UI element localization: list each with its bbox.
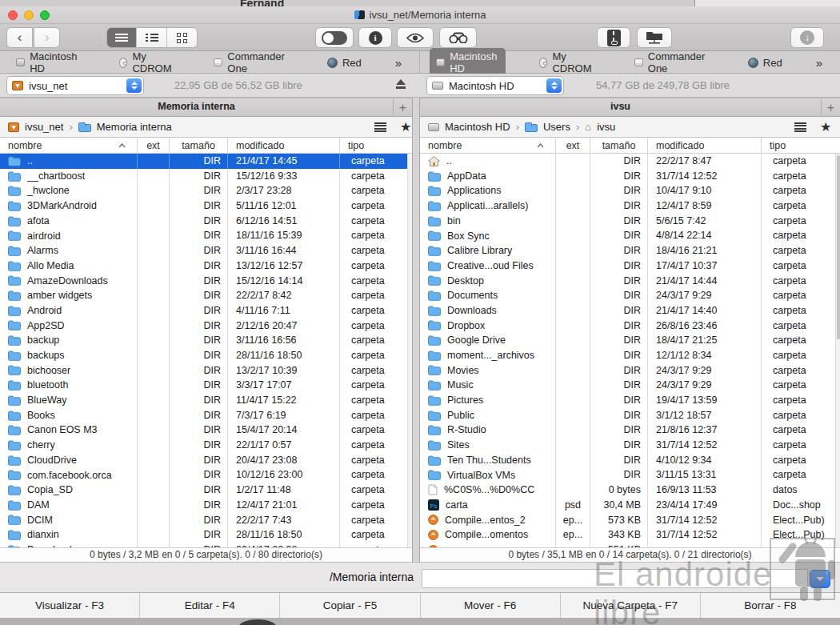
pane-divider[interactable]	[412, 98, 420, 562]
right-scrollbar[interactable]	[835, 154, 840, 547]
column-header-name[interactable]: nombre	[0, 138, 138, 153]
file-row[interactable]: 3DMarkAndroidDIR5/11/16 12:01carpeta	[0, 198, 412, 214]
column-header-ext[interactable]: ext	[138, 138, 170, 153]
panel-toggle-button[interactable]	[315, 27, 354, 48]
file-row[interactable]: %C0S%...%D0%CC0 bytes16/9/13 11:53datos	[420, 483, 840, 498]
file-row[interactable]: amber widgetsDIR22/2/17 8:42carpeta	[0, 288, 412, 303]
column-header-type[interactable]: tipo	[340, 138, 412, 153]
network-button[interactable]	[637, 27, 672, 48]
breadcrumb-segment[interactable]: ivsu	[597, 121, 615, 133]
drive-tab-my-cdrom[interactable]: My CDROM	[533, 48, 600, 77]
eject-icon[interactable]	[395, 78, 406, 90]
detail-view-button[interactable]	[137, 27, 166, 48]
file-row[interactable]: AlarmsDIR3/11/16 16:44carpeta	[0, 243, 412, 258]
drive-tab-macintosh-hd[interactable]: Macintosh HD	[10, 48, 86, 77]
file-row[interactable]: AmazeDownloadsDIR15/12/16 14:14carpeta	[0, 274, 412, 289]
drive-tab-my-cdrom[interactable]: My CDROM	[113, 48, 180, 77]
file-row[interactable]: AndroidDIR4/11/16 7:11carpeta	[0, 303, 412, 319]
file-row[interactable]: CloudDriveDIR20/4/17 23:08carpeta	[0, 453, 412, 468]
file-row[interactable]: afotaDIR6/12/16 14:51carpeta	[0, 214, 412, 229]
right-scrollbar-thumb[interactable]	[837, 155, 840, 339]
favorites-star-icon[interactable]: ★	[820, 119, 831, 134]
file-row[interactable]: binDIR5/6/15 7:42carpeta	[420, 214, 840, 229]
file-row[interactable]: VirtualBox VMsDIR3/11/15 13:31carpeta	[420, 467, 840, 483]
view-f3-button[interactable]: Visualizar - F3	[0, 593, 140, 618]
search-button[interactable]	[439, 27, 477, 48]
file-row[interactable]: MoviesDIR24/3/17 9:29carpeta	[420, 363, 840, 379]
file-row[interactable]: Google DriveDIR18/4/17 21:25carpeta	[420, 333, 840, 348]
grid-view-button[interactable]	[167, 27, 197, 48]
breadcrumb-segment[interactable]: Macintosh HD	[445, 121, 510, 133]
file-row[interactable]: Creative...oud FilesDIR17/4/17 10:37carp…	[420, 258, 840, 274]
column-header-ext[interactable]: ext	[556, 138, 590, 153]
history-list-icon[interactable]	[794, 122, 806, 132]
column-header-size[interactable]: tamaño	[170, 138, 228, 153]
tab-overflow-button[interactable]: »	[395, 56, 402, 70]
file-row[interactable]: BooksDIR7/3/17 6:19carpeta	[0, 408, 412, 423]
breadcrumb-segment[interactable]: Users	[543, 121, 570, 133]
breadcrumb-segment[interactable]: ivsu_net	[25, 121, 63, 133]
file-row[interactable]: Applicati...arallels)DIR12/4/17 8:59carp…	[420, 198, 840, 214]
file-row[interactable]: dianxinDIR28/11/16 18:50carpeta	[0, 527, 412, 543]
edit-f4-button[interactable]: Editar - F4	[140, 593, 280, 618]
file-row[interactable]: App2SDDIR2/12/16 20:47carpeta	[0, 319, 412, 334]
drive-tab-commander-one[interactable]: Commander One	[628, 48, 714, 77]
column-header-name[interactable]: nombre	[420, 138, 556, 153]
drive-tab-macintosh-hd[interactable]: Macintosh HD	[430, 48, 506, 77]
file-row[interactable]: cherryDIR22/1/17 0:57carpeta	[0, 438, 412, 453]
file-row[interactable]: DAMDIR12/4/17 21:01carpeta	[0, 498, 412, 513]
file-row[interactable]: AppDataDIR31/7/14 12:52carpeta	[420, 169, 840, 184]
drive-tab-red[interactable]: Red	[321, 54, 368, 71]
file-row[interactable]: Canon EOS M3DIR15/4/17 20:14carpeta	[0, 423, 412, 438]
show-hidden-button[interactable]	[397, 27, 434, 48]
right-drive-stepper[interactable]	[546, 78, 562, 93]
left-drive-select[interactable]: ivsu_net	[6, 76, 144, 95]
file-row[interactable]: ..DIR22/2/17 8:47carpeta	[420, 154, 840, 169]
column-header-modified[interactable]: modificado	[228, 138, 340, 153]
file-row[interactable]: Ten Thu...StudentsDIR4/10/12 9:34carpeta	[420, 453, 840, 468]
file-row[interactable]: PicturesDIR19/4/17 13:59carpeta	[420, 393, 840, 408]
column-header-size[interactable]: tamaño	[590, 138, 648, 153]
right-drive-select[interactable]: Macintosh HD	[426, 76, 564, 95]
drive-tab-commander-one[interactable]: Commander One	[207, 48, 294, 77]
file-row[interactable]: com.facebook.orcaDIR10/12/16 23:00carpet…	[0, 467, 412, 483]
file-row[interactable]: DropboxDIR26/8/16 23:46carpeta	[420, 319, 840, 334]
file-row[interactable]: DownloadsDIR21/4/17 14:40carpeta	[420, 303, 840, 319]
copy-f5-button[interactable]: Copiar - F5	[280, 593, 420, 618]
column-header-type[interactable]: tipo	[762, 138, 835, 153]
back-button[interactable]: ‹	[6, 27, 33, 48]
file-row[interactable]: SitesDIR31/7/14 12:52carpeta	[420, 438, 840, 453]
new-folder-f7-button[interactable]: Nueva Carpeta - F7	[561, 593, 701, 618]
tab-overflow-button[interactable]: »	[816, 56, 822, 70]
file-row[interactable]: Allo MediaDIR13/12/16 12:57carpeta	[0, 258, 412, 274]
file-row[interactable]: bluetoothDIR3/3/17 17:07carpeta	[0, 378, 412, 393]
file-row[interactable]: Copia_SDDIR1/2/17 11:48carpeta	[0, 483, 412, 498]
download-button[interactable]: ↓	[790, 27, 824, 48]
file-row[interactable]: DocumentsDIR24/3/17 9:29carpeta	[420, 288, 840, 303]
file-row[interactable]: Pscartapsd30,4 MB23/4/14 17:49Doc...shop	[420, 498, 840, 513]
file-row[interactable]: backupsDIR28/11/16 18:50carpeta	[0, 348, 412, 363]
right-add-tab-button[interactable]: +	[821, 98, 840, 117]
right-pane-tab-title[interactable]: ivsu	[420, 101, 821, 112]
drive-tab-red[interactable]: Red	[742, 54, 789, 71]
list-view-button[interactable]	[107, 27, 137, 48]
info-button[interactable]: i	[358, 27, 392, 48]
file-row[interactable]: moment..._archivosDIR12/1/12 8:34carpeta	[420, 348, 840, 363]
archive-button[interactable]	[597, 27, 630, 48]
file-row[interactable]: Compile...omentosep...343 KB31/7/14 12:5…	[420, 527, 840, 543]
favorites-star-icon[interactable]: ★	[400, 119, 411, 134]
command-history-button[interactable]	[810, 570, 830, 588]
file-row[interactable]: ..DIR21/4/17 14:45carpeta	[0, 154, 412, 169]
file-row[interactable]: _hwcloneDIR2/3/17 23:28carpeta	[0, 183, 412, 198]
breadcrumb-segment[interactable]: Memoria interna	[97, 121, 172, 133]
file-row[interactable]: __chartboostDIR15/12/16 9:33carpeta	[0, 169, 412, 184]
file-row[interactable]: Compile...entos_2ep...573 KB31/7/14 12:5…	[420, 513, 840, 528]
left-drive-stepper[interactable]	[126, 78, 142, 93]
file-row[interactable]: DesktopDIR21/4/17 14:44carpeta	[420, 274, 840, 289]
file-row[interactable]: backupDIR3/11/16 16:56carpeta	[0, 333, 412, 348]
file-row[interactable]: bichooserDIR13/2/17 10:39carpeta	[0, 363, 412, 379]
column-header-modified[interactable]: modificado	[648, 138, 762, 153]
left-pane-tab-title[interactable]: Memoria interna	[0, 101, 393, 112]
file-row[interactable]: BlueWayDIR11/4/17 15:22carpeta	[0, 393, 412, 408]
delete-f8-button[interactable]: Borrar - F8	[701, 593, 840, 618]
